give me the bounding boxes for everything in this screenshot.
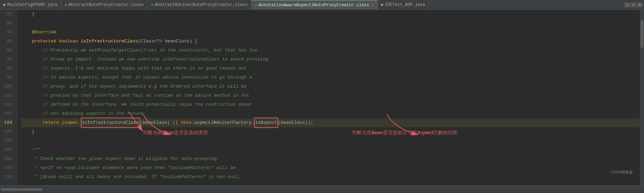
code-line-92: } xyxy=(21,10,640,19)
linenum-95: 95 xyxy=(0,37,14,46)
vertical-scrollbar[interactable] xyxy=(640,10,644,185)
code-line-93 xyxy=(21,19,640,28)
isinfrastructureclass-highlight: isInfrastructureClass xyxy=(81,118,140,128)
close-button[interactable]: ✕ xyxy=(637,2,643,7)
java-icon2: ▶ xyxy=(381,2,384,7)
code-line-109: * <p>If no <aop:include> elements were u… xyxy=(21,163,640,172)
tab-abstractautoproxycreator[interactable]: ◆ AbstractAutoProxyCreator.class xyxy=(61,0,148,9)
scrollbar-thumb-v[interactable] xyxy=(641,20,643,48)
code-line-107: /** xyxy=(21,145,640,154)
code-line-103: // not advising aspects in the future. xyxy=(21,109,640,118)
code-line-106 xyxy=(21,136,640,145)
linenum-96: 96 xyxy=(0,46,14,55)
code-line-108: * Check whether the given aspect bean is… xyxy=(21,154,640,163)
maximize-button[interactable]: □ xyxy=(631,2,636,7)
code-content[interactable]: } @Override protected boolean isInfrastr… xyxy=(17,10,640,185)
code-line-97: // broad an impact. Instead we now overr… xyxy=(21,55,640,64)
code-lines: } @Override protected boolean isInfrastr… xyxy=(17,10,640,182)
linenum-99: 99 xyxy=(0,73,14,82)
tab-abstractadvisorautoproxycreator[interactable]: ◆ AbstractAdvisorAutoProxyCreator.class xyxy=(147,0,251,9)
minimize-button[interactable]: — xyxy=(624,2,630,7)
editor-container: ▶ MainConfigOfAOP.java ◆ AbstractAutoPro… xyxy=(0,0,644,193)
tab-close-button[interactable]: ✕ xyxy=(372,3,374,7)
linenum-92: 92 xyxy=(0,10,14,19)
code-line-98: // aspects. I'm not entirely happy with … xyxy=(21,64,640,73)
linenum-110: 110 xyxy=(0,172,14,182)
code-line-95: protected boolean isInfrastructureClass(… xyxy=(21,37,640,46)
code-line-104: return (super.isInfrastructureClass(bean… xyxy=(21,118,640,127)
horizontal-scrollbar[interactable] xyxy=(0,187,644,192)
code-line-96: // Previously we setProxyTargetClass(tru… xyxy=(21,46,640,55)
code-area: 92 93 94 95 96 97 98 99 100 101 102 103 … xyxy=(0,10,644,185)
linenum-97: 97 xyxy=(0,55,14,64)
class-icon3: ◆ xyxy=(255,3,257,7)
linenum-93: 93 xyxy=(0,19,14,28)
linenum-94: 94 xyxy=(0,28,14,37)
tab-mainconfigofaop[interactable]: ▶ MainConfigOfAOP.java xyxy=(0,0,61,9)
linenum-108: 108 xyxy=(0,154,14,163)
code-line-102: // defined on the interface. We could po… xyxy=(21,100,640,109)
code-line-105: } xyxy=(21,127,640,136)
class-icon2: ◆ xyxy=(151,2,153,7)
window-controls: — □ ✕ xyxy=(624,2,644,7)
watermark: CSDN博客版 xyxy=(611,170,633,175)
linenum-100: 100 xyxy=(0,82,14,91)
code-line-100: // proxy, and if the aspect implements e… xyxy=(21,82,640,91)
tab-bar: ▶ MainConfigOfAOP.java ◆ AbstractAutoPro… xyxy=(0,0,644,10)
code-line-99: // to advise aspects, except that it cau… xyxy=(21,73,640,82)
linenum-105: 105 xyxy=(0,127,14,136)
isaspect-highlight: isAspect xyxy=(254,118,278,128)
linenum-107: 107 xyxy=(0,145,14,154)
linenum-104: 104 xyxy=(0,118,14,127)
class-icon: ◆ xyxy=(65,2,67,7)
code-line-110: * [@code null] and all beans are include… xyxy=(21,172,640,182)
code-line-94: @Override xyxy=(21,28,640,37)
linenum-101: 101 xyxy=(0,91,14,100)
bottom-bar xyxy=(0,185,644,193)
tab-annotationawareaspectj[interactable]: ◆ AnnotationAwareAspectJAutoProxyCreator… xyxy=(251,0,378,9)
linenum-109: 109 xyxy=(0,163,14,172)
scrollbar-thumb-h[interactable] xyxy=(1,188,43,191)
tab-ioctest[interactable]: ▶ IOCTest_AOP.java xyxy=(378,0,429,9)
java-icon: ▶ xyxy=(3,2,6,7)
line-numbers: 92 93 94 95 96 97 98 99 100 101 102 103 … xyxy=(0,10,17,185)
code-line-101: // proxied by that interface and fail at… xyxy=(21,91,640,100)
linenum-102: 102 xyxy=(0,100,14,109)
linenum-103: 103 xyxy=(0,109,14,118)
linenum-106: 106 xyxy=(0,136,14,145)
linenum-98: 98 xyxy=(0,64,14,73)
